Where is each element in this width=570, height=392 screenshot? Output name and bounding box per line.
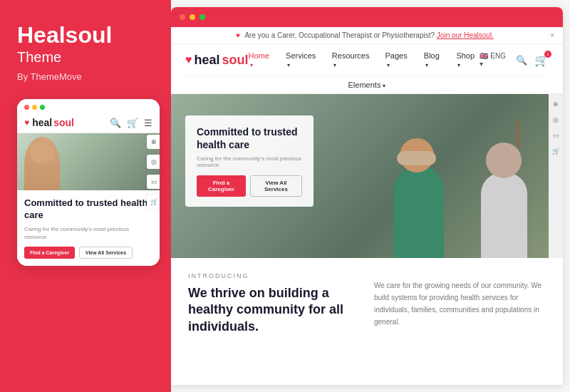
hero-buttons: Find a Caregiver View All Services — [197, 175, 302, 197]
nav-link-shop[interactable]: Shop ▾ — [456, 51, 480, 68]
cart-badge-count: 1 — [544, 51, 551, 58]
mobile-sidebar-tools: ⊕ ◎ ▭ 🛒 — [147, 135, 160, 209]
hero-nurse-figure — [387, 115, 458, 258]
desktop-dot-yellow — [190, 14, 195, 20]
heart-icon: ♥ — [24, 118, 29, 128]
intro-label: INTRODUCING — [188, 272, 360, 279]
desktop-sidebar-tools: ⊕ ◎ ▭ 🛒 — [549, 94, 563, 258]
theme-title: Healsoul Theme By ThemeMove — [17, 23, 154, 82]
sidebar-tool-rect[interactable]: ▭ — [550, 130, 561, 141]
desktop-logo: ♥ healsoul — [185, 53, 249, 68]
desktop-dot-green — [200, 14, 205, 20]
desktop-dot-red — [180, 14, 185, 20]
right-panel: ♥ Are you a Carer, Occupational Therapis… — [171, 0, 570, 392]
nurse-body — [394, 165, 444, 258]
mobile-tool-2[interactable]: ◎ — [147, 155, 160, 169]
desktop-search-icon[interactable]: 🔍 — [516, 55, 527, 66]
desktop-intro-section: INTRODUCING We thrive on building a heal… — [171, 258, 563, 349]
mobile-logo: ♥ healsoul — [24, 117, 74, 128]
menu-icon[interactable]: ☰ — [144, 118, 152, 128]
announcement-text: Are you a Carer, Occupational Therapist … — [244, 31, 493, 39]
hero-patient-figure — [477, 123, 542, 258]
intro-heading: We thrive on building a healthy communit… — [188, 285, 360, 335]
mobile-hero-heading: Committed to trusted health care — [24, 197, 152, 222]
sidebar-tool-cursor[interactable]: ⊕ — [550, 98, 561, 110]
mobile-view-services-button[interactable]: View All Services — [79, 247, 133, 259]
desktop-nav-bottom: Elements ▾ — [185, 76, 549, 93]
announcement-bar: ♥ Are you a Carer, Occupational Therapis… — [171, 27, 563, 44]
mobile-hero-person — [24, 137, 60, 190]
mobile-tool-3[interactable]: ▭ — [147, 175, 160, 189]
announcement-link[interactable]: Join our Healsoul. — [437, 31, 494, 39]
hero-find-caregiver-button[interactable]: Find a Caregiver — [197, 175, 246, 197]
mobile-nav-icons: 🔍 🛒 ☰ — [110, 118, 152, 128]
dot-red — [24, 105, 29, 110]
sidebar-tool-cart[interactable]: 🛒 — [550, 145, 561, 157]
nav-link-services[interactable]: Services ▾ — [286, 51, 321, 68]
patient-cane — [517, 119, 519, 148]
nav-link-elements[interactable]: Elements ▾ — [348, 81, 386, 89]
hero-view-services-button[interactable]: View All Services — [250, 175, 302, 197]
intro-right: We care for the growing needs of our com… — [374, 272, 546, 335]
dot-green — [40, 105, 45, 110]
cart-icon[interactable]: 🛒 — [127, 118, 138, 128]
language-selector[interactable]: 🇬🇧 ENG ▾ — [480, 52, 509, 68]
desktop-top-bar — [171, 7, 563, 27]
patient-body — [481, 172, 527, 258]
nurse-hair — [397, 151, 436, 165]
mobile-tool-1[interactable]: ⊕ — [147, 135, 160, 149]
patient-head — [486, 143, 522, 178]
announcement-heart-icon: ♥ — [236, 31, 240, 39]
hero-card-title: Committed to trusted health care — [197, 125, 302, 151]
search-icon[interactable]: 🔍 — [110, 118, 121, 128]
nav-link-blog[interactable]: Blog ▾ — [424, 51, 445, 68]
desktop-mockup: ♥ Are you a Carer, Occupational Therapis… — [171, 7, 563, 385]
desktop-hero: Committed to trusted health care Caring … — [171, 94, 563, 258]
desktop-nav-links: Home ▾ Services ▾ Resources ▾ Pages ▾ Bl… — [249, 51, 480, 68]
nav-link-home[interactable]: Home ▾ — [249, 51, 275, 68]
dot-yellow — [32, 105, 37, 110]
nav-link-pages[interactable]: Pages ▾ — [385, 51, 413, 68]
mobile-content: Committed to trusted health care Caring … — [17, 190, 160, 266]
mobile-top-bar — [17, 99, 160, 113]
mobile-hero-subtext: Caring for the community's most precious… — [24, 225, 152, 241]
announcement-close-button[interactable]: × — [550, 31, 554, 39]
hero-card: Committed to trusted health care Caring … — [185, 115, 314, 207]
mobile-tool-4[interactable]: 🛒 — [147, 195, 160, 209]
nav-link-resources[interactable]: Resources ▾ — [332, 51, 374, 68]
logo-heart-icon: ♥ — [185, 53, 192, 66]
mobile-window-dots — [24, 105, 45, 110]
intro-left: INTRODUCING We thrive on building a heal… — [188, 272, 360, 335]
mobile-find-caregiver-button[interactable]: Find a Caregiver — [24, 247, 75, 259]
sidebar-tool-circle[interactable]: ◎ — [550, 114, 561, 125]
mobile-nav: ♥ healsoul 🔍 🛒 ☰ — [17, 113, 160, 133]
mobile-hero-image — [17, 133, 160, 190]
desktop-nav-right: 🇬🇧 ENG ▾ 🔍 🛒 1 — [480, 52, 549, 68]
desktop-nav: ♥ healsoul Home ▾ Services ▾ Resources ▾… — [171, 44, 563, 94]
hero-card-subtitle: Caring for the community's most precious… — [197, 155, 302, 168]
desktop-nav-top: ♥ healsoul Home ▾ Services ▾ Resources ▾… — [185, 44, 549, 76]
left-panel: Healsoul Theme By ThemeMove ♥ healsoul 🔍… — [0, 0, 171, 392]
desktop-cart-icon[interactable]: 🛒 1 — [534, 53, 549, 67]
intro-body-text: We care for the growing needs of our com… — [374, 279, 546, 328]
mobile-buttons: Find a Caregiver View All Services — [24, 247, 152, 259]
mobile-mockup: ♥ healsoul 🔍 🛒 ☰ Committed to trusted he… — [17, 99, 160, 266]
